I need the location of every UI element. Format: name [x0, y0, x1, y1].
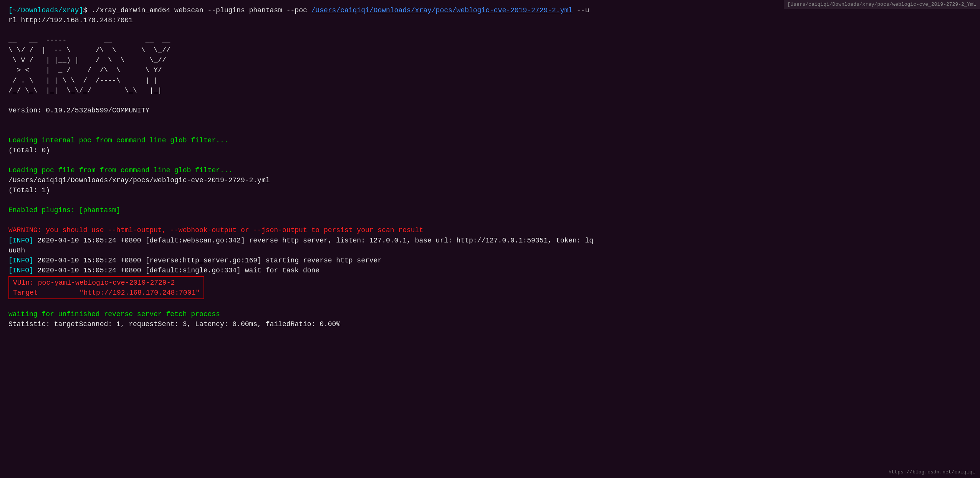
ascii-art-2: \ \/ / | -- \ /\ \ \ \_//: [8, 45, 972, 55]
total-1-line: (Total: 1): [8, 185, 972, 195]
info-text-1: 2020-04-10 15:05:24 +0800 [default:websc…: [33, 237, 593, 244]
vuln-line: VUln: poc-yaml-weblogic-cve-2019-2729-2: [13, 278, 200, 288]
ascii-art-1: __ __ ----- __ __ __: [8, 35, 972, 45]
info-line-2: [INFO] 2020-04-10 15:05:24 +0800 [revers…: [8, 255, 972, 265]
blog-url: https://blog.csdn.net/caiqiqi: [889, 469, 975, 475]
ascii-art-3: \ V / | |__) | / \ \ \_//: [8, 55, 972, 65]
command-continuation: rl http://192.168.170.248:7001: [8, 15, 972, 25]
statistic-line: Statistic: targetScanned: 1, requestSent…: [8, 319, 972, 329]
ascii-art-5: / . \ | | \ \ / /----\ | |: [8, 76, 972, 86]
ascii-art-6: /_/ \_\ |_| \_\/_/ \_\ |_|: [8, 86, 972, 96]
tab-bar: [Users/caiqiqi/Downloads/xray/pocs/weblo…: [784, 0, 980, 9]
version-line: Version: 0.19.2/532ab599/COMMUNITY: [8, 105, 972, 115]
poc-path-link: /Users/caiqiqi/Downloads/xray/pocs/weblo…: [311, 7, 573, 14]
info-line-1-cont: uu8h: [8, 246, 972, 255]
total-0-line: (Total: 0): [8, 145, 972, 155]
info-bracket-3: [INFO]: [8, 267, 33, 274]
loading-internal-poc-line: Loading internal poc from command line g…: [8, 135, 972, 145]
prompt-directory: [~/Downloads/xray]: [8, 7, 83, 14]
command-text: ./xray_darwin_amd64 webscan --plugins ph…: [91, 7, 311, 14]
info-text-2: 2020-04-10 15:05:24 +0800 [reverse:http_…: [33, 257, 382, 264]
terminal-window: [Users/caiqiqi/Downloads/xray/pocs/weblo…: [5, 3, 975, 478]
prompt-symbol: $: [83, 7, 91, 14]
tab-label: [Users/caiqiqi/Downloads/xray/pocs/weblo…: [788, 2, 976, 7]
info-bracket-2: [INFO]: [8, 257, 33, 264]
enabled-plugins-line: Enabled plugins: [phantasm]: [8, 205, 972, 215]
loading-poc-file-line: Loading poc file from from command line …: [8, 165, 972, 175]
vuln-box: VUln: poc-yaml-weblogic-cve-2019-2729-2 …: [8, 276, 204, 299]
ascii-art-4: > < | _ / / /\ \ \ Y/: [8, 65, 972, 75]
target-line: Target "http://192.168.170.248:7001": [13, 288, 200, 298]
command-url-arg: --u: [573, 7, 589, 14]
info-text-3: 2020-04-10 15:05:24 +0800 [default:singl…: [33, 267, 319, 274]
waiting-line: waiting for unfinished reverse server fe…: [8, 309, 972, 319]
poc-path-line: /Users/caiqiqi/Downloads/xray/pocs/weblo…: [8, 175, 972, 185]
info-line-3: [INFO] 2020-04-10 15:05:24 +0800 [defaul…: [8, 265, 972, 275]
warning-line: WARNING: you should use --html-output, -…: [8, 225, 972, 235]
info-line-1: [INFO] 2020-04-10 15:05:24 +0800 [defaul…: [8, 236, 972, 246]
info-bracket-1: [INFO]: [8, 237, 33, 244]
